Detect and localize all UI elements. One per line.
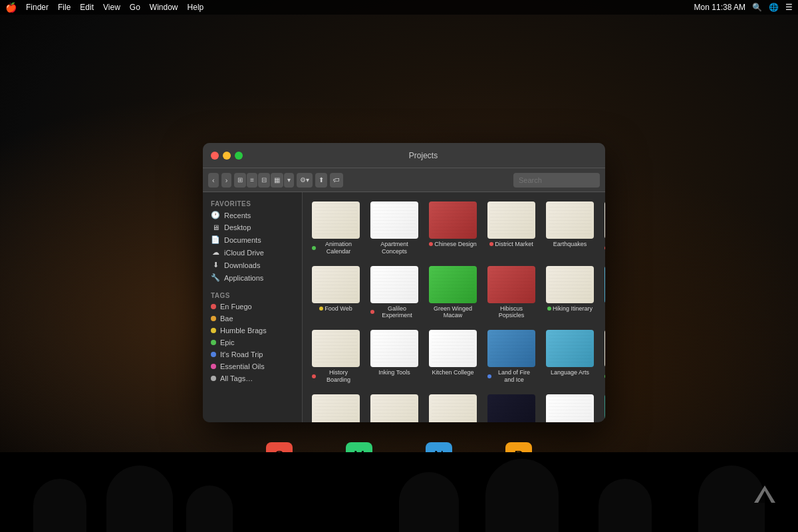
file-thumbnail xyxy=(546,330,594,367)
apple-menu[interactable]: 🍎 xyxy=(5,2,17,13)
audience-head-1 xyxy=(33,479,86,532)
sidebar-item-documents[interactable]: 📄 Documents xyxy=(203,233,302,246)
sidebar-tag-all[interactable]: All Tags… xyxy=(203,372,302,384)
menu-edit[interactable]: Edit xyxy=(80,3,94,12)
search-icon[interactable]: 🔍 xyxy=(752,3,762,12)
favorites-section-title: Favorites xyxy=(203,198,302,209)
back-button[interactable]: ‹ xyxy=(208,173,219,188)
file-item[interactable]: Hiking Itinerary xyxy=(543,263,597,323)
menu-file[interactable]: File xyxy=(58,3,70,12)
file-item[interactable]: Night Sky xyxy=(602,392,605,422)
file-item[interactable]: Most popular Skate Parks xyxy=(368,392,421,422)
forward-button[interactable]: › xyxy=(221,173,232,188)
window-title: Projects xyxy=(249,151,597,160)
file-item[interactable]: Land of Fire and Ice xyxy=(485,327,538,386)
notification-icon[interactable]: ☰ xyxy=(785,3,793,12)
sidebar-item-desktop[interactable]: 🖥 Desktop xyxy=(203,221,302,233)
recents-label: Recents xyxy=(224,211,251,219)
bae-label: Bae xyxy=(220,315,233,323)
sidebar-tag-en-fuego[interactable]: En Fuego xyxy=(203,301,302,313)
file-label: Kitchen College xyxy=(432,369,473,376)
file-thumbnail xyxy=(312,330,360,367)
file-item[interactable]: New York xyxy=(543,392,597,422)
audience-head-6 xyxy=(598,479,652,532)
file-item[interactable]: Kitchen College xyxy=(426,327,479,386)
more-view-button[interactable]: ▾ xyxy=(284,173,294,188)
file-grid: Animation CalendarApartment ConceptsChin… xyxy=(303,192,605,422)
file-item[interactable]: Food Web xyxy=(309,263,362,323)
desktop-icon: 🖥 xyxy=(211,223,220,231)
share-button[interactable]: ⬆ xyxy=(315,173,327,188)
file-item[interactable]: Leaning Tower of Pisa xyxy=(602,327,605,386)
close-button[interactable] xyxy=(211,152,219,160)
gallery-view-button[interactable]: ▦ xyxy=(271,173,283,188)
audience-head-3 xyxy=(186,485,233,532)
sidebar-tag-bae[interactable]: Bae xyxy=(203,313,302,325)
menu-help[interactable]: Help xyxy=(188,3,204,12)
file-label: Leaning Tower of Pisa xyxy=(604,369,605,384)
file-label: Apartment Concepts xyxy=(370,241,418,255)
sidebar-tag-epic[interactable]: Epic xyxy=(203,336,302,348)
file-tag-dot xyxy=(312,246,316,250)
column-view-button[interactable]: ⊟ xyxy=(258,173,270,188)
sidebar-tag-humble-brags[interactable]: Humble Brags xyxy=(203,325,302,336)
file-label: Language Arts xyxy=(551,369,589,376)
file-item[interactable]: Galileo Experiment xyxy=(368,263,421,323)
en-fuego-label: En Fuego xyxy=(220,303,252,311)
file-label: Animation Calendar xyxy=(312,241,360,255)
file-tag-dot xyxy=(429,242,433,246)
audience-head-2 xyxy=(106,466,173,532)
file-item[interactable]: History Boarding xyxy=(309,327,362,386)
file-item[interactable]: Apartment Concepts xyxy=(368,199,421,258)
file-tag-dot xyxy=(319,307,323,311)
essential-oils-dot xyxy=(211,364,216,369)
downloads-icon: ⬇ xyxy=(211,261,220,269)
menu-window[interactable]: Window xyxy=(150,3,178,12)
file-item[interactable]: Animation Calendar xyxy=(309,199,362,258)
recents-icon: 🕐 xyxy=(211,211,220,219)
file-item[interactable]: Natural History xyxy=(426,392,479,422)
minimize-button[interactable] xyxy=(223,152,231,160)
humble-brags-label: Humble Brags xyxy=(220,327,267,334)
file-label: Food Web xyxy=(319,305,352,313)
file-label: Hiking Itinerary xyxy=(547,305,593,313)
file-thumbnail xyxy=(604,394,605,422)
sidebar-tag-essential-oils[interactable]: Essential Oils xyxy=(203,360,302,372)
tags-section-title: Tags xyxy=(203,289,302,301)
file-item[interactable]: Favorite Markets xyxy=(602,199,605,258)
file-thumbnail xyxy=(312,201,360,239)
file-item[interactable]: Green Winged Macaw xyxy=(426,263,479,323)
sidebar-tag-road-trip[interactable]: It's Road Trip xyxy=(203,348,302,360)
file-item[interactable]: District Market xyxy=(485,199,538,258)
file-item[interactable]: Mammals in Africa xyxy=(309,392,362,422)
desktop-label: Desktop xyxy=(224,223,251,231)
file-label: Chinese Design xyxy=(429,241,477,248)
file-thumbnail xyxy=(429,394,477,422)
file-label: Land of Fire and Ice xyxy=(487,369,535,384)
file-item[interactable]: Chinese Design xyxy=(426,199,479,258)
menu-go[interactable]: Go xyxy=(130,3,140,12)
sidebar-item-downloads[interactable]: ⬇ Downloads xyxy=(203,259,302,271)
file-item[interactable]: Hibiscus Popsicles xyxy=(485,263,538,323)
icon-view-button[interactable]: ⊞ xyxy=(234,173,246,188)
file-item[interactable]: Inking Tools xyxy=(368,327,421,386)
file-item[interactable]: Language Arts xyxy=(543,327,597,386)
sidebar-item-recents[interactable]: 🕐 Recents xyxy=(203,209,302,221)
settings-button[interactable]: ⚙▾ xyxy=(297,173,313,188)
verge-logo xyxy=(751,483,778,512)
control-center-icon[interactable]: 🌐 xyxy=(769,3,779,12)
tag-button[interactable]: 🏷 xyxy=(330,173,343,188)
list-view-button[interactable]: ≡ xyxy=(247,173,257,188)
maximize-button[interactable] xyxy=(235,152,243,160)
search-input[interactable] xyxy=(513,173,600,188)
menu-view[interactable]: View xyxy=(103,3,120,12)
file-tag-dot xyxy=(489,242,493,246)
menu-finder-label[interactable]: Finder xyxy=(26,3,49,12)
file-thumbnail xyxy=(370,201,418,239)
file-item[interactable]: History xyxy=(602,263,605,323)
icloud-label: iCloud Drive xyxy=(224,249,264,257)
file-item[interactable]: Earthquakes xyxy=(543,199,597,258)
sidebar-item-icloud[interactable]: ☁ iCloud Drive xyxy=(203,246,302,259)
file-item[interactable]: Neon Skies xyxy=(485,392,538,422)
sidebar-item-applications[interactable]: 🔧 Applications xyxy=(203,271,302,284)
